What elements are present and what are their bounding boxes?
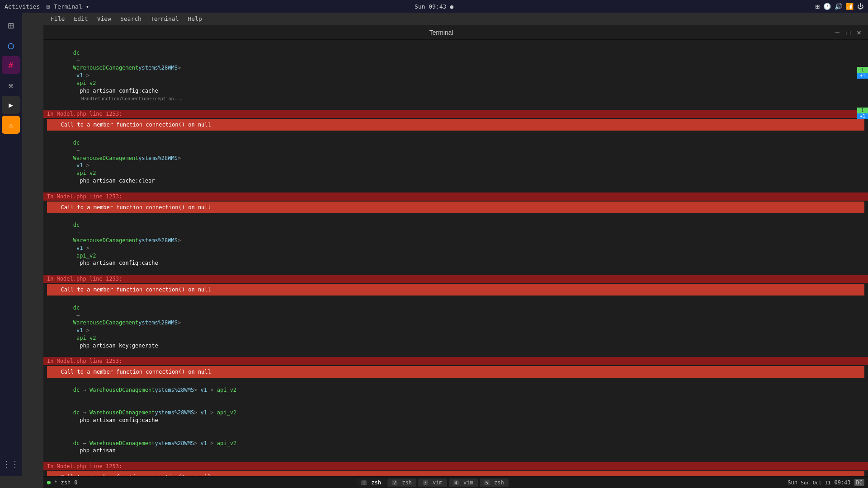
- menu-file[interactable]: File: [47, 14, 68, 23]
- grid-icon[interactable]: ⊞: [815, 2, 820, 11]
- terminal-line: dc → WarehouseDCanagementystems%28WMS> v…: [43, 432, 868, 462]
- menu-bar: File Edit View Search Terminal Help: [43, 13, 868, 25]
- tabs-area: 1 zsh 2 zsh 3 vim 4 vim 5 zsh: [357, 479, 509, 487]
- menu-edit[interactable]: Edit: [70, 14, 91, 23]
- status-bar: * zsh 0 1 zsh 2 zsh 3 vim 4 vim 5 zsh: [43, 476, 868, 488]
- clock-icon[interactable]: 🕐: [823, 3, 831, 10]
- tab-3-vim[interactable]: 3 vim: [418, 479, 447, 487]
- close-button[interactable]: ✕: [855, 29, 863, 36]
- terminal-sidebar-icon[interactable]: ▶: [2, 96, 20, 114]
- alert-sidebar-icon[interactable]: ⚠: [2, 116, 20, 134]
- status-num: 0: [74, 479, 77, 486]
- window-titlebar: Terminal — □ ✕: [43, 25, 868, 40]
- terminal-line: dc → WarehouseDCanagementystems%28WMS> v…: [43, 42, 868, 110]
- tool-sidebar-icon[interactable]: ⚒: [2, 76, 20, 94]
- browser-sidebar-icon[interactable]: ○: [2, 36, 20, 54]
- error-header-2: In Model.php line 1253:: [43, 192, 868, 201]
- tab-5-zsh[interactable]: 5 zsh: [480, 479, 509, 487]
- terminal-line: dc → WarehouseDCanagementystems%28WMS> v…: [43, 402, 868, 432]
- menu-terminal[interactable]: Terminal: [147, 14, 183, 23]
- error-header-1: In Model.php line 1253:: [43, 110, 868, 118]
- activities-label[interactable]: Activities: [5, 3, 40, 10]
- system-bar-left: Activities 🖥 Terminal ▾: [5, 3, 89, 10]
- error-header-3: In Model.php line 1253:: [43, 275, 868, 283]
- tab-2-zsh[interactable]: 2 zsh: [387, 479, 416, 487]
- error-header-5: In Model.php line 1253:: [43, 462, 868, 470]
- maximize-button[interactable]: □: [844, 29, 852, 36]
- error-header-4: In Model.php line 1253:: [43, 357, 868, 365]
- status-time: 09:43: [834, 479, 850, 486]
- power-icon[interactable]: ⏻: [857, 3, 863, 10]
- volume-icon[interactable]: 🔊: [835, 3, 842, 10]
- terminal-line: dc → WarehouseDCanagementystems%28WMS> v…: [43, 379, 868, 401]
- window-controls: — □ ✕: [834, 29, 863, 36]
- minimize-button[interactable]: —: [834, 29, 841, 36]
- tab-4-vim[interactable]: 4 vim: [449, 479, 478, 487]
- grid-sidebar-icon[interactable]: ⋮⋮: [2, 455, 20, 473]
- status-date: Sun Sun Oct 11: [788, 479, 830, 486]
- terminal-line: dc → WarehouseDCanagementystems%28WMS> v…: [43, 214, 868, 275]
- status-shell: * zsh: [54, 479, 71, 486]
- system-bar-right: ⊞ 🕐 🔊 📶 ⏻: [815, 2, 863, 11]
- slack-sidebar-icon[interactable]: #: [2, 56, 20, 74]
- terminal-line: dc → WarehouseDCanagementystems%28WMS> v…: [43, 296, 868, 357]
- terminal-line: dc → WarehouseDCanagementystems%28WMS> v…: [43, 131, 868, 192]
- menu-search[interactable]: Search: [117, 14, 145, 23]
- error-box-1: Call to a member function connection() o…: [47, 119, 864, 131]
- activities-sidebar-icon[interactable]: ⊞: [2, 16, 20, 34]
- status-left: * zsh 0: [47, 479, 77, 486]
- window-title: Terminal: [429, 29, 453, 36]
- terminal-app-label[interactable]: 🖥 Terminal ▾: [45, 3, 89, 10]
- status-dot: [47, 481, 51, 484]
- error-box-5: Call to a member function connection() o…: [47, 471, 864, 476]
- menu-help[interactable]: Help: [184, 14, 206, 23]
- error-box-2: Call to a member function connection() o…: [47, 202, 864, 213]
- main-area: ⊞ ○ # ⚒ ▶ ⚠ ⋮⋮ File Edit View Search Ter…: [22, 13, 868, 488]
- tab-1-zsh[interactable]: 1 zsh: [357, 479, 386, 487]
- status-locale: DC: [854, 479, 864, 486]
- system-bar-datetime: Sun 09:43 ●: [415, 3, 453, 10]
- status-right: Sun Sun Oct 11 09:43 DC: [788, 479, 864, 486]
- terminal-content[interactable]: 1 +1 1 +1 dc → WarehouseDCanagementystem…: [43, 40, 868, 476]
- menu-view[interactable]: View: [94, 14, 115, 23]
- error-box-3: Call to a member function connection() o…: [47, 284, 864, 296]
- network-icon[interactable]: 📶: [846, 3, 854, 10]
- error-box-4: Call to a member function connection() o…: [47, 366, 864, 378]
- left-sidebar: ⊞ ○ # ⚒ ▶ ⚠ ⋮⋮: [0, 13, 22, 476]
- system-bar: Activities 🖥 Terminal ▾ Sun 09:43 ● ⊞ 🕐 …: [0, 0, 868, 13]
